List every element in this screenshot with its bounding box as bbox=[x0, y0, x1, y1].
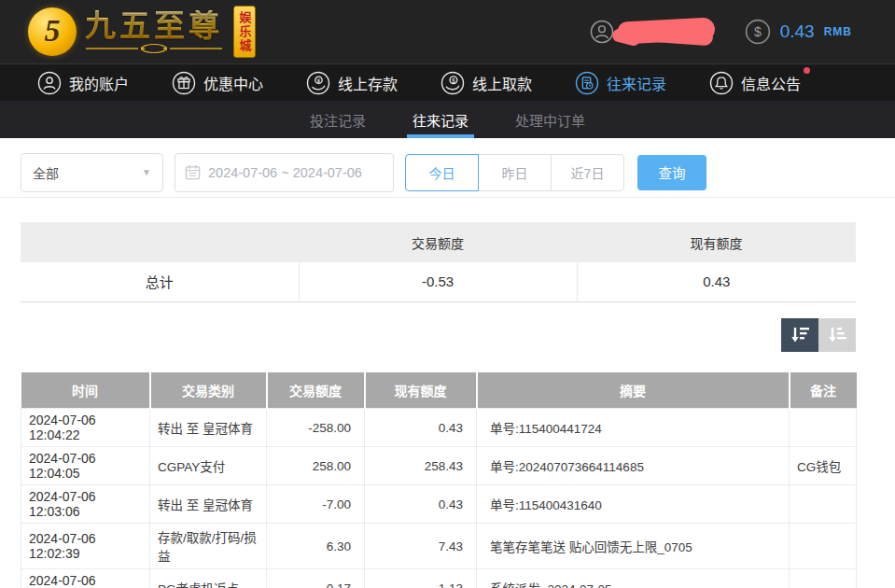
date-range-input[interactable]: 2024-07-06 ~ 2024-07-06 bbox=[175, 153, 394, 192]
notification-dot bbox=[804, 67, 810, 74]
cell-balance: 0.43 bbox=[365, 485, 477, 524]
cell-amount: 6.30 bbox=[267, 524, 365, 569]
yesterday-button[interactable]: 昨日 bbox=[478, 154, 552, 191]
tab-transaction-records[interactable]: 往来记录 bbox=[407, 101, 474, 138]
table-row: 2024-07-06 12:02:39 存款/取款/打码/损益 6.30 7.4… bbox=[21, 524, 857, 569]
tab-label: 处理中订单 bbox=[515, 110, 585, 130]
table-row: 2024-07-06 02:01:26 PG老虎机返点 0.17 1.13 系统… bbox=[21, 569, 857, 588]
nav-label: 信息公告 bbox=[741, 72, 801, 94]
cell-summary: 单号:202407073664114685 bbox=[477, 447, 790, 485]
type-select[interactable]: 全部 ▼ bbox=[21, 153, 163, 192]
site-logo[interactable]: 5 九五至尊 娱乐城 bbox=[28, 6, 256, 58]
username-redaction-scribble bbox=[618, 18, 720, 46]
cell-type: 转出 至 皇冠体育 bbox=[150, 409, 267, 447]
col-header-summary: 摘要 bbox=[477, 372, 790, 409]
main-navigation: 我的账户 优惠中心 线上存款 $ 线上取款 bbox=[0, 63, 895, 101]
cell-note bbox=[790, 485, 857, 524]
date-range-value: 2024-07-06 ~ 2024-07-06 bbox=[208, 165, 362, 180]
search-button[interactable]: 查询 bbox=[637, 155, 706, 190]
withdraw-icon: $ bbox=[441, 71, 465, 95]
cell-type: PG老虎机返点 bbox=[150, 569, 267, 588]
account-icon bbox=[37, 71, 62, 95]
tab-pending-orders[interactable]: 处理中订单 bbox=[510, 101, 591, 138]
nav-label: 线上存款 bbox=[338, 72, 398, 94]
summary-transaction-total: -0.53 bbox=[299, 262, 577, 301]
summary-total-label: 总计 bbox=[21, 262, 299, 301]
nav-item-withdraw[interactable]: $ 线上取款 bbox=[441, 71, 532, 95]
cell-amount: 258.00 bbox=[267, 447, 365, 485]
tab-label: 投注记录 bbox=[310, 110, 366, 130]
cell-time: 2024-07-06 12:02:39 bbox=[21, 524, 150, 569]
sort-controls bbox=[21, 318, 856, 352]
chevron-down-icon: ▼ bbox=[142, 167, 151, 177]
type-select-value: 全部 bbox=[33, 163, 59, 182]
svg-text:$: $ bbox=[754, 24, 762, 39]
cell-summary: 单号:115400431640 bbox=[477, 485, 790, 524]
bell-icon bbox=[709, 71, 734, 95]
calendar-icon bbox=[185, 164, 201, 180]
cell-note bbox=[790, 569, 857, 588]
records-table: 时间 交易类别 交易额度 现有额度 摘要 备注 2024-07-06 12:04… bbox=[21, 372, 857, 588]
cell-type: CGPAY支付 bbox=[150, 447, 267, 485]
last7days-button[interactable]: 近7日 bbox=[551, 154, 624, 191]
nav-item-announcements[interactable]: 信息公告 bbox=[709, 71, 801, 95]
balance-currency: RMB bbox=[824, 25, 852, 38]
cell-type: 存款/取款/打码/损益 bbox=[150, 524, 267, 569]
deposit-icon bbox=[306, 71, 330, 95]
cell-type: 转出 至 皇冠体育 bbox=[150, 485, 267, 524]
cell-time: 2024-07-06 12:04:05 bbox=[21, 447, 150, 485]
table-row: 2024-07-06 12:04:05 CGPAY支付 258.00 258.4… bbox=[21, 447, 857, 485]
cell-summary: 系统派发_2024-07-05 bbox=[477, 569, 790, 588]
brand-badge: 娱乐城 bbox=[233, 6, 256, 58]
user-avatar-icon bbox=[590, 20, 614, 44]
cell-balance: 1.13 bbox=[365, 569, 477, 588]
records-header-row: 时间 交易类别 交易额度 现有额度 摘要 备注 bbox=[21, 372, 857, 409]
summary-header-balance: 现有额度 bbox=[577, 222, 856, 262]
cell-amount: 0.17 bbox=[267, 569, 365, 588]
nav-item-my-account[interactable]: 我的账户 bbox=[37, 71, 129, 95]
summary-header-row: 交易额度 现有额度 bbox=[21, 222, 856, 262]
nav-item-deposit[interactable]: 线上存款 bbox=[306, 71, 398, 95]
brand-flourish-decoration bbox=[84, 44, 224, 53]
nav-item-transaction-records[interactable]: 往来记录 bbox=[575, 71, 666, 95]
sort-descending-icon bbox=[789, 325, 811, 345]
sort-descending-button[interactable] bbox=[781, 318, 818, 352]
nav-label: 往来记录 bbox=[607, 72, 666, 94]
user-account[interactable] bbox=[590, 18, 720, 46]
summary-table: 交易额度 现有额度 总计 -0.53 0.43 bbox=[21, 222, 856, 302]
nav-label: 线上取款 bbox=[472, 72, 532, 94]
nav-item-promotions[interactable]: 优惠中心 bbox=[172, 71, 263, 95]
col-header-time: 时间 bbox=[21, 372, 150, 409]
today-button[interactable]: 今日 bbox=[405, 154, 479, 191]
logo-coin-icon: 5 bbox=[28, 7, 77, 56]
cell-balance: 7.43 bbox=[365, 524, 477, 569]
summary-balance-total: 0.43 bbox=[577, 262, 856, 301]
brand-name: 九五至尊 bbox=[85, 10, 223, 43]
cell-balance: 0.43 bbox=[365, 409, 477, 447]
cell-amount: -258.00 bbox=[267, 409, 365, 447]
cell-time: 2024-07-06 12:04:22 bbox=[21, 409, 150, 447]
balance-display[interactable]: $ 0.43 RMB bbox=[745, 19, 852, 45]
cell-note bbox=[790, 524, 857, 569]
sort-ascending-button[interactable] bbox=[818, 318, 856, 352]
nav-label: 优惠中心 bbox=[203, 72, 263, 94]
top-header: 5 九五至尊 娱乐城 $ bbox=[0, 0, 895, 63]
cell-time: 2024-07-06 12:03:06 bbox=[21, 485, 150, 524]
cell-summary: 单号:115400441724 bbox=[477, 409, 790, 447]
logo-glyph: 5 bbox=[45, 13, 61, 49]
tab-betting-records[interactable]: 投注记录 bbox=[304, 101, 371, 138]
summary-total-row: 总计 -0.53 0.43 bbox=[21, 262, 856, 301]
summary-header-transaction: 交易额度 bbox=[299, 222, 577, 262]
cell-note: CG钱包 bbox=[790, 447, 857, 485]
coin-dollar-icon: $ bbox=[745, 19, 771, 45]
nav-label: 我的账户 bbox=[69, 72, 129, 94]
balance-amount: 0.43 bbox=[780, 21, 815, 42]
svg-text:$: $ bbox=[452, 77, 455, 83]
filter-bar: 全部 ▼ 2024-07-06 ~ 2024-07-06 今日 昨日 近7日 查… bbox=[0, 138, 895, 198]
cell-balance: 258.43 bbox=[365, 447, 477, 485]
cell-summary: 笔笔存笔笔送 贴心回馈无上限_0705 bbox=[477, 524, 790, 569]
col-header-note: 备注 bbox=[790, 372, 857, 409]
col-header-amount: 交易额度 bbox=[267, 372, 365, 409]
cell-note bbox=[790, 409, 857, 447]
col-header-balance: 现有额度 bbox=[365, 372, 477, 409]
